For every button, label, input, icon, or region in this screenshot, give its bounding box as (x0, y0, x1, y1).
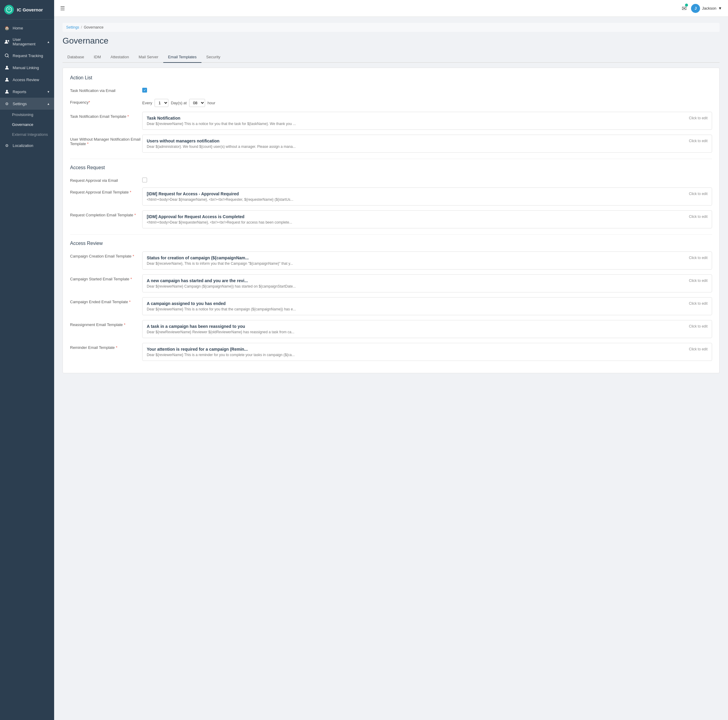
svg-point-0 (6, 7, 12, 12)
hamburger-button[interactable]: ☰ (60, 5, 65, 12)
reassignment-template-control: A task in a campaign has been reassigned… (142, 320, 712, 338)
reassignment-template-label: Reassignment Email Template * (70, 320, 142, 327)
frequency-hour-select[interactable]: 080910 (189, 99, 205, 107)
task-notification-template-row: Task Notification Email Template * Task … (70, 112, 712, 130)
sidebar-item-access-review[interactable]: Access Review (0, 74, 54, 85)
user-menu[interactable]: J Jackson ▼ (691, 4, 722, 13)
sidebar-item-access-review-label: Access Review (13, 78, 39, 82)
request-completion-template-preview: <html><body>Dear ${requesterName}, <br/>… (147, 220, 708, 224)
user-without-manager-header: Users without managers notification Clic… (147, 139, 708, 143)
sidebar-item-request-tracking[interactable]: Request Tracking (0, 50, 54, 62)
reminder-template-title: Your attention is required for a campaig… (147, 347, 248, 352)
user-management-icon (4, 39, 10, 44)
campaign-ended-template-title: A campaign assigned to you has ended (147, 301, 226, 306)
campaign-creation-template-title: Status for creation of campaign (${campa… (147, 255, 249, 260)
topbar: ☰ ✉ J Jackson ▼ (54, 0, 728, 17)
frequency-inputs: Every 123 Day(s) at 080910 hour (142, 98, 712, 107)
access-request-section-title: Access Request (70, 165, 712, 170)
reassignment-template-box[interactable]: A task in a campaign has been reassigned… (142, 320, 712, 338)
campaign-started-template-preview: Dear ${reviewerName} Campaign (${campaig… (147, 284, 708, 288)
task-notification-checkbox[interactable]: ✓ (142, 88, 147, 93)
settings-arrow: ▲ (47, 102, 50, 105)
sidebar-item-settings[interactable]: ⚙ Settings ▲ (0, 98, 54, 110)
breadcrumb-parent[interactable]: Settings (66, 25, 79, 29)
svg-point-5 (6, 66, 8, 68)
tab-security[interactable]: Security (202, 52, 225, 63)
sidebar-item-request-tracking-label: Request Tracking (13, 53, 43, 58)
app-name: IC Governor (17, 7, 43, 12)
sidebar-item-governance[interactable]: Governance (0, 120, 54, 130)
request-approval-checkbox[interactable] (142, 178, 147, 182)
request-approval-template-control: [IDM] Request for Access - Approval Requ… (142, 188, 712, 206)
reassignment-template-row: Reassignment Email Template * A task in … (70, 320, 712, 338)
task-notification-label: Task Notification via Email (70, 86, 142, 93)
reminder-template-box[interactable]: Your attention is required for a campaig… (142, 343, 712, 361)
email-templates-card: Action List Task Notification via Email … (63, 68, 720, 373)
frequency-value-select[interactable]: 123 (154, 99, 168, 107)
task-notification-template-box[interactable]: Task Notification Click to edit Dear ${r… (142, 112, 712, 130)
tab-mail-server[interactable]: Mail Server (134, 52, 163, 63)
sidebar-item-reports[interactable]: Reports ▼ (0, 85, 54, 98)
tab-database[interactable]: Database (63, 52, 89, 63)
campaign-ended-template-edit: Click to edit (689, 301, 708, 306)
campaign-ended-template-preview: Dear ${reviewerName} This is a notice fo… (147, 307, 708, 311)
access-review-section-title: Access Review (70, 241, 712, 246)
sidebar-item-user-management[interactable]: User Management ▲ (0, 34, 54, 50)
request-approval-template-box[interactable]: [IDM] Request for Access - Approval Requ… (142, 188, 712, 206)
campaign-ended-template-control: A campaign assigned to you has ended Cli… (142, 297, 712, 315)
access-review-icon (4, 77, 10, 82)
sidebar-item-localization[interactable]: ⚙ Localization (0, 139, 54, 151)
request-completion-template-control: [IDM] Approval for Request Access is Com… (142, 211, 712, 228)
reminder-template-preview: Dear ${reviewerName} This is a reminder … (147, 353, 708, 357)
settings-icon: ⚙ (4, 101, 10, 106)
sidebar-item-settings-label: Settings (13, 102, 27, 106)
campaign-ended-template-label: Campaign Ended Email Template * (70, 297, 142, 304)
request-approval-template-row: Request Approval Email Template * [IDM] … (70, 188, 712, 206)
sidebar-item-manual-linking[interactable]: Manual Linking (0, 62, 54, 74)
sidebar-item-provisioning[interactable]: Provisioning (0, 110, 54, 120)
sidebar-item-external-integrations[interactable]: External Integrations (0, 130, 54, 139)
request-approval-template-edit: Click to edit (689, 192, 708, 196)
days-label: Day(s) at (171, 101, 187, 105)
user-management-arrow: ▲ (47, 40, 50, 44)
request-approval-via-email-control (142, 176, 712, 182)
user-without-manager-box[interactable]: Users without managers notification Clic… (142, 135, 712, 153)
task-notification-template-label: Task Notification Email Template * (70, 112, 142, 119)
campaign-creation-template-label: Campaign Creation Email Template * (70, 252, 142, 258)
sidebar-item-home[interactable]: 🏠 Home (0, 22, 54, 34)
svg-point-7 (6, 90, 8, 92)
topbar-right: ✉ J Jackson ▼ (682, 4, 722, 13)
logo-icon (4, 5, 14, 14)
divider-1 (70, 159, 712, 159)
app-logo: IC Governor (0, 0, 54, 20)
campaign-started-template-control: A new campaign has started and you are t… (142, 275, 712, 292)
sidebar-item-governance-label: Governance (12, 122, 34, 127)
campaign-creation-template-preview: Dear ${receiverName}, This is to inform … (147, 261, 708, 265)
mail-badge (685, 4, 688, 7)
sidebar-item-external-integrations-label: External Integrations (12, 132, 48, 137)
request-completion-template-box[interactable]: [IDM] Approval for Request Access is Com… (142, 211, 712, 228)
tab-email-templates[interactable]: Email Templates (163, 52, 202, 63)
campaign-started-template-box[interactable]: A new campaign has started and you are t… (142, 275, 712, 292)
task-notification-template-title: Task Notification (147, 116, 180, 121)
reports-arrow: ▼ (47, 90, 50, 93)
task-notification-template-edit: Click to edit (689, 116, 708, 120)
tab-idm[interactable]: IDM (89, 52, 106, 63)
checkbox-checkmark: ✓ (144, 88, 146, 92)
campaign-ended-template-box[interactable]: A campaign assigned to you has ended Cli… (142, 297, 712, 315)
request-approval-template-preview: <html><body>Dear ${managerName}, <br/><b… (147, 197, 708, 201)
user-without-manager-preview: Dear ${administrator}. We found ${count}… (147, 145, 708, 149)
reminder-template-control: Your attention is required for a campaig… (142, 343, 712, 361)
campaign-creation-template-box[interactable]: Status for creation of campaign (${campa… (142, 252, 712, 270)
tab-attestation[interactable]: Attestation (106, 52, 134, 63)
main-area: ☰ ✉ J Jackson ▼ Settings / Governance Go… (54, 0, 728, 720)
localization-icon: ⚙ (4, 143, 10, 148)
svg-line-4 (8, 56, 9, 58)
request-approval-template-header: [IDM] Request for Access - Approval Requ… (147, 191, 708, 196)
hour-suffix: hour (208, 101, 215, 105)
request-completion-template-edit: Click to edit (689, 215, 708, 219)
campaign-ended-template-header: A campaign assigned to you has ended Cli… (147, 301, 708, 306)
frequency-row: Frequency* Every 123 Day(s) at 080910 ho… (70, 98, 712, 107)
mail-button[interactable]: ✉ (682, 5, 687, 12)
request-completion-template-header: [IDM] Approval for Request Access is Com… (147, 214, 708, 219)
